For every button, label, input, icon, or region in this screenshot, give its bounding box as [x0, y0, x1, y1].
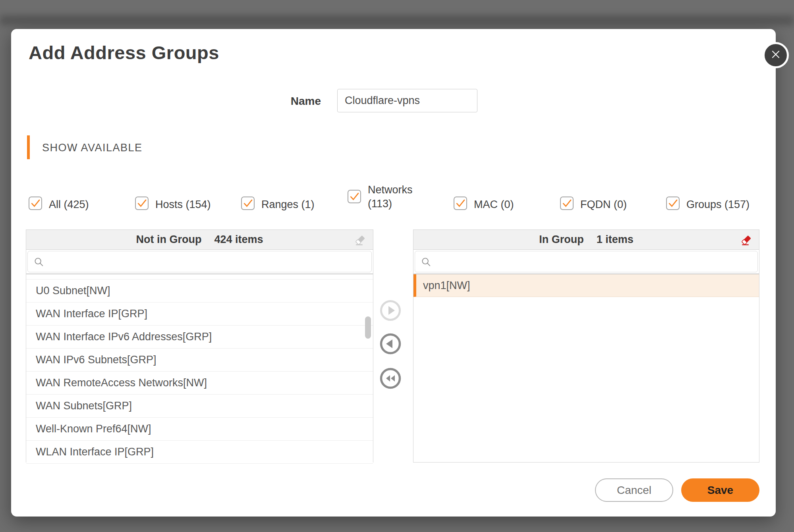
list-item[interactable]: WLAN Interface IP[GRP]: [26, 441, 373, 464]
filter-fqdn: FQDN (0): [560, 197, 627, 212]
save-button[interactable]: Save: [681, 478, 759, 502]
in-group-panel: In Group 1 items vpn1[NW]: [413, 229, 759, 463]
not-in-group-search: [27, 251, 372, 272]
filter-all: All (425): [29, 197, 89, 212]
filter-mac: MAC (0): [454, 197, 514, 212]
filter-ranges: Ranges (1): [241, 197, 315, 212]
filter-label: Groups (157): [686, 197, 750, 212]
move-left-button[interactable]: [379, 333, 402, 355]
checkbox-ranges[interactable]: [241, 197, 255, 210]
close-button[interactable]: [763, 42, 789, 68]
list-item[interactable]: WAN Interface IP[GRP]: [26, 303, 373, 326]
checkbox-groups[interactable]: [666, 197, 680, 210]
backdrop-blur-band: [0, 15, 794, 25]
clear-group-eraser-icon[interactable]: [740, 233, 754, 247]
section-accent-bar: [27, 135, 30, 159]
move-right-button[interactable]: [379, 299, 402, 322]
checkbox-hosts[interactable]: [135, 197, 149, 210]
scrollbar-thumb[interactable]: [365, 316, 371, 339]
search-icon: [33, 256, 44, 269]
filter-label: MAC (0): [474, 197, 514, 212]
cancel-button[interactable]: Cancel: [595, 478, 673, 502]
not-in-group-search-input[interactable]: [48, 251, 368, 272]
filter-networks: Networks (113): [348, 190, 416, 211]
panel-title: Not in Group: [136, 233, 201, 246]
list-item[interactable]: U0 Subnet[NW]: [26, 279, 373, 303]
filter-label: Ranges (1): [261, 197, 315, 212]
dialog-title: Add Address Groups: [29, 42, 219, 64]
not-in-group-panel: Not in Group 424 items U0 Subnet[NW: [26, 229, 373, 463]
list-item[interactable]: WAN Subnets[GRP]: [26, 395, 373, 418]
checkbox-all[interactable]: [29, 197, 42, 210]
filter-label: Networks (113): [368, 183, 416, 211]
in-group-search: [415, 251, 758, 272]
double-arrow-left-icon: [379, 384, 402, 391]
in-group-search-input[interactable]: [436, 251, 754, 272]
name-input[interactable]: [337, 89, 477, 112]
list-item[interactable]: Well-Known Pref64[NW]: [26, 418, 373, 441]
filter-label: FQDN (0): [580, 197, 627, 212]
checkbox-fqdn[interactable]: [560, 197, 574, 210]
not-in-group-list: U0 Subnet[NW] WAN Interface IP[GRP] WAN …: [26, 274, 373, 464]
panel-count: 424 items: [214, 233, 263, 246]
arrow-right-icon: [379, 316, 402, 323]
list-item-partial[interactable]: [26, 274, 373, 279]
in-group-list: vpn1[NW]: [413, 274, 759, 297]
move-all-left-button[interactable]: [379, 367, 402, 389]
add-address-groups-dialog: Add Address Groups Name SHOW AVAILABLE A…: [11, 29, 776, 517]
list-item-selected[interactable]: vpn1[NW]: [413, 274, 759, 297]
filter-hosts: Hosts (154): [135, 197, 211, 212]
checkbox-networks[interactable]: [348, 190, 361, 203]
panel-title: In Group: [539, 233, 583, 246]
list-item[interactable]: WAN Interface IPv6 Addresses[GRP]: [26, 326, 373, 349]
filter-label: Hosts (154): [155, 197, 211, 212]
not-in-group-header: Not in Group 424 items: [26, 230, 373, 250]
list-item[interactable]: WAN IPv6 Subnets[GRP]: [26, 349, 373, 372]
search-icon: [421, 256, 432, 269]
panel-count: 1 items: [597, 233, 634, 246]
filter-label: All (425): [49, 197, 89, 212]
section-label: SHOW AVAILABLE: [42, 142, 143, 154]
clear-selection-eraser-icon[interactable]: [354, 233, 368, 247]
arrow-left-icon: [379, 349, 402, 356]
close-icon: [770, 48, 782, 62]
list-item[interactable]: WAN RemoteAccess Networks[NW]: [26, 372, 373, 395]
name-label: Name: [241, 95, 321, 108]
filter-groups: Groups (157): [666, 197, 750, 212]
in-group-header: In Group 1 items: [413, 230, 759, 250]
checkbox-mac[interactable]: [454, 197, 467, 210]
